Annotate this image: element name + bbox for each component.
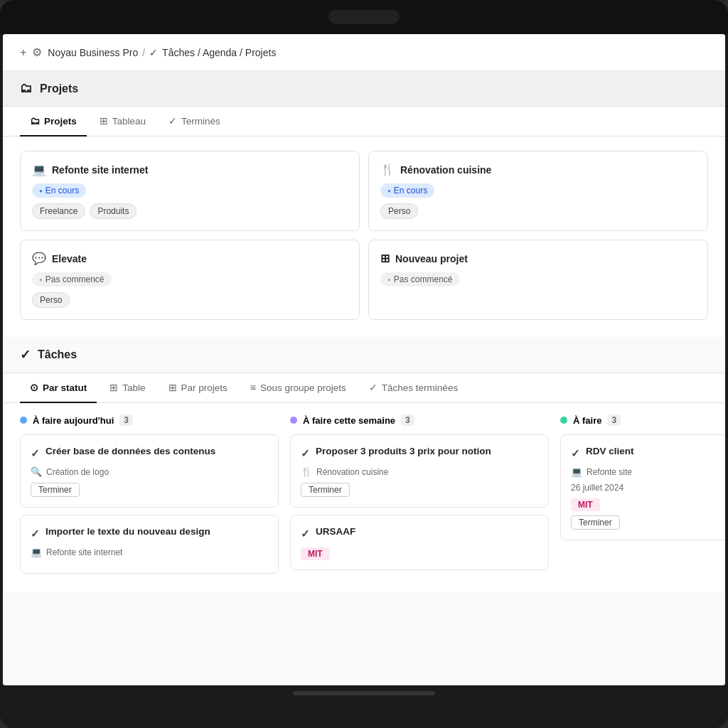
task-tag-mit-ursaaf: MIT — [301, 547, 330, 560]
dot-aujourd-hui — [20, 417, 27, 424]
tab-projets-icon: 🗂 — [30, 115, 40, 127]
tab-tableau-label: Tableau — [112, 116, 146, 127]
breadcrumb: Noyau Business Pro / ✓ Tâches / Agenda /… — [48, 47, 276, 58]
task-tag-terminer-rdv: Terminer — [571, 515, 620, 530]
col-label-cette-semaine: À faire cette semaine — [303, 415, 395, 426]
task-tag-mit-rdv: MIT — [571, 498, 600, 511]
refonte-tag-freelance: Freelance — [32, 203, 85, 219]
refonte-status: En cours — [32, 183, 86, 198]
renovation-title: Rénovation cuisine — [400, 164, 491, 176]
task-sub-text-3: Rénovation cuisine — [316, 467, 388, 477]
project-card-nouveau[interactable]: ⊞ Nouveau projet Pas commencé — [368, 240, 708, 320]
laptop-bottom — [0, 685, 728, 728]
task-card-creer-base[interactable]: ✓ Créer base de données des contenus 🔍 C… — [20, 434, 279, 508]
tab-par-statut[interactable]: ⊙ Par statut — [20, 373, 97, 403]
projects-header-title: Projets — [40, 82, 78, 95]
nouveau-status: Pas commencé — [380, 272, 460, 287]
tab-projets[interactable]: 🗂 Projets — [20, 107, 87, 136]
col-count-aujourd-hui: 3 — [119, 414, 133, 426]
task-card-proposer[interactable]: ✓ Proposer 3 produits 3 prix pour notion… — [290, 434, 549, 508]
renovation-icon: 🍴 — [380, 163, 395, 176]
kanban-board: À faire aujourd'hui 3 ✓ Créer base de do… — [3, 403, 725, 592]
tab-terminees-icon: ✓ — [369, 382, 378, 393]
elevate-tag-perso: Perso — [32, 292, 70, 308]
refonte-tag-produits: Produits — [90, 203, 136, 219]
tab-table-label: Table — [122, 382, 145, 393]
plus-icon[interactable]: + — [20, 46, 26, 59]
kanban-col-a-faire: À faire 3 ✓ RDV client 💻 Refonte site — [560, 414, 725, 581]
tab-projets-label: Projets — [44, 116, 77, 127]
elevate-title: Elevate — [52, 253, 87, 264]
breadcrumb-sep1: / — [142, 47, 145, 58]
tab-termines[interactable]: ✓ Terminés — [159, 107, 230, 136]
dot-cette-semaine — [290, 417, 297, 424]
tab-termines-label: Terminés — [181, 116, 220, 127]
projects-tabs: 🗂 Projets ⊞ Tableau ✓ Terminés — [3, 107, 725, 136]
tab-sous-groupe-icon: ≡ — [250, 382, 256, 393]
task-title-creer-base: Créer base de données des contenus — [46, 445, 215, 459]
tab-par-projets-label: Par projets — [181, 382, 228, 393]
col-header-aujourd-hui: À faire aujourd'hui 3 — [20, 414, 279, 426]
projects-section-header: 🗂 Projets — [3, 71, 725, 107]
tasks-header-title: Tâches — [38, 348, 77, 361]
elevate-icon: 💬 — [32, 252, 46, 265]
tab-taches-terminees[interactable]: ✓ Tâches terminées — [359, 373, 468, 403]
task-sub-text-5: Refonte site — [587, 467, 632, 477]
task-tag-terminer-1: Terminer — [31, 483, 80, 497]
col-count-cette-semaine: 3 — [401, 414, 414, 426]
tab-terminees-label: Tâches terminées — [382, 382, 458, 393]
task-title-ursaaf: URSAAF — [316, 525, 355, 539]
tasks-section-header: ✓ Tâches — [3, 337, 725, 373]
kanban-col-cette-semaine: À faire cette semaine 3 ✓ Proposer 3 pro… — [290, 414, 560, 581]
project-card-elevate[interactable]: 💬 Elevate Pas commencé Perso — [20, 240, 360, 320]
project-card-refonte[interactable]: 💻 Refonte site internet En cours Freelan… — [20, 151, 360, 231]
tab-sous-groupe[interactable]: ≡ Sous groupe projets — [240, 373, 356, 403]
task-sub-text-1: Création de logo — [46, 467, 109, 477]
tasks-header-icon: ✓ — [20, 347, 31, 363]
tasks-tabs: ⊙ Par statut ⊞ Table ⊞ Par projets ≡ Sou… — [3, 373, 725, 403]
task-title-rdv: RDV client — [586, 445, 634, 459]
task-sub-icon-2: 💻 — [31, 547, 42, 557]
task-sub-icon-5: 💻 — [571, 466, 582, 477]
project-card-renovation[interactable]: 🍴 Rénovation cuisine En cours Perso — [368, 151, 708, 231]
tab-statut-label: Par statut — [43, 382, 87, 393]
col-label-aujourd-hui: À faire aujourd'hui — [33, 415, 114, 426]
task-date-rdv: 26 juillet 2024 — [571, 483, 725, 493]
tab-termines-icon: ✓ — [168, 115, 177, 127]
task-sub-text-2: Refonte site internet — [46, 547, 122, 557]
task-card-ursaaf[interactable]: ✓ URSAAF MIT — [290, 515, 549, 570]
kanban-col-aujourd-hui: À faire aujourd'hui 3 ✓ Créer base de do… — [20, 414, 290, 581]
tab-tableau[interactable]: ⊞ Tableau — [90, 107, 156, 136]
keyboard-hint — [293, 691, 435, 695]
task-sub-icon-1: 🔍 — [31, 466, 42, 477]
main-content: 🗂 Projets 🗂 Projets ⊞ Tableau ✓ Terminés — [3, 71, 725, 685]
refonte-title: Refonte site internet — [52, 164, 148, 176]
topbar: + ⚙ Noyau Business Pro / ✓ Tâches / Agen… — [3, 34, 725, 71]
laptop-top-bar — [0, 0, 728, 34]
task-check-1: ✓ — [31, 446, 40, 461]
task-check-4: ✓ — [301, 526, 310, 541]
screen: + ⚙ Noyau Business Pro / ✓ Tâches / Agen… — [3, 34, 725, 685]
dot-a-faire — [560, 417, 567, 424]
task-card-rdv[interactable]: ✓ RDV client 💻 Refonte site 26 juillet 2… — [560, 434, 725, 540]
col-header-a-faire: À faire 3 — [560, 414, 725, 426]
nav-title: Tâches / Agenda / Projets — [162, 47, 276, 58]
renovation-status: En cours — [380, 183, 434, 198]
laptop-frame: + ⚙ Noyau Business Pro / ✓ Tâches / Agen… — [0, 0, 728, 728]
projects-header-icon: 🗂 — [20, 81, 33, 96]
elevate-status: Pas commencé — [32, 272, 112, 287]
task-card-importer[interactable]: ✓ Importer le texte du nouveau design 💻 … — [20, 515, 279, 574]
task-title-proposer: Proposer 3 produits 3 prix pour notion — [316, 445, 491, 459]
task-check-3: ✓ — [301, 446, 310, 461]
tab-par-projets[interactable]: ⊞ Par projets — [159, 373, 237, 403]
col-header-cette-semaine: À faire cette semaine 3 — [290, 414, 549, 426]
refonte-icon: 💻 — [32, 163, 46, 176]
task-title-importer: Importer le texte du nouveau design — [46, 525, 210, 539]
laptop-camera — [328, 10, 400, 24]
workspace-icon: ⚙ — [32, 46, 42, 59]
nav-check-icon: ✓ — [149, 47, 158, 58]
task-tag-terminer-3: Terminer — [301, 483, 350, 497]
tab-table-icon: ⊞ — [109, 382, 118, 393]
nouveau-icon: ⊞ — [380, 252, 390, 265]
tab-table[interactable]: ⊞ Table — [100, 373, 155, 403]
